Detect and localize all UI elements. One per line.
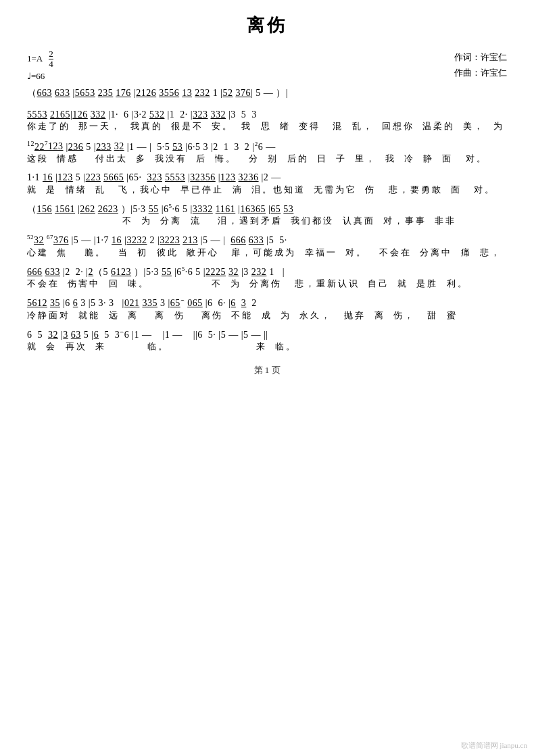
page-number: 第 1 页 [254,365,281,375]
section-line4: （156 1561 |262 2623 ）|5·3 55 |65·6 5 |33… [27,202,507,227]
page-title: 离伤 [27,14,507,37]
page: 离伤 1=A 2 4 ♩=66 作词：许宝仁 作曲：许宝仁 （663 633 |… [27,14,507,376]
header-row: 1=A 2 4 ♩=66 作词：许宝仁 作曲：许宝仁 [27,49,507,82]
lyric-line5: 心建 焦 脆。 当 初 彼此 敞开心 扉，可能成为 幸福一 对。 不会在 分离中… [27,247,507,258]
notation-line4: （156 1561 |262 2623 ）|5·3 55 |65·6 5 |33… [27,202,507,216]
notation-line1: 5553 2165|126 332 |1· 6 |3·2 532 |1 2· |… [27,108,507,122]
notation-line7: 5612 35 |6 6 3 |5 3· 3 |021 335 3 |65⌢ 0… [27,296,507,309]
notation-line8: 6 5 32 |3 63 5 |6 5 3⌢6 |1 — |1 — ||6 5·… [27,328,507,341]
notation-line5: 5232 67376 |5 — |1·7 16 |3232 2 |3223 21… [27,233,507,247]
tempo-label: ♩=66 [27,70,53,83]
notation-intro: （663 633 |5653 235 176 |2126 3556 13 232… [27,86,507,100]
notation-line2: 12227123 |236 5 |233 32 |1 — | 5·5 53 |6… [27,139,507,153]
lyric-line1: 你走了的 那一天， 我真的 很是不 安。 我 思 绪 变得 混 乱， 回想你 温… [27,121,507,132]
lyric-line8: 就 会 再次 来 临。 来 临。 [27,341,507,352]
section-line1: 5553 2165|126 332 |1· 6 |3·2 532 |1 2· |… [27,108,507,132]
lyric-line6: 不会在 伤害中 回 味。 不 为 分离伤 悲，重新认识 自己 就 是胜 利。 [27,278,507,289]
lyric-line4: 不 为 分离 流 泪，遇到矛盾 我们都没 认真面 对，事事 非非 [27,216,507,226]
section-line6: 666 633 |2 2· |2（5 6123 ）|5·3 55 |65·6 5… [27,265,507,290]
watermark: 歌谱简谱网 jianpu.cn [461,740,527,751]
section-line3: 1·1 16 |123 5 |223 5665 |65· 323 5553 |3… [27,171,507,195]
section-line2: 12227123 |236 5 |233 32 |1 — | 5·5 53 |6… [27,139,507,165]
section-intro: （663 633 |5653 235 176 |2126 3556 13 232… [27,86,507,100]
key-label: 1=A 2 4 [27,49,53,70]
page-footer: 第 1 页 [27,364,507,376]
notation-line3: 1·1 16 |123 5 |223 5665 |65· 323 5553 |3… [27,171,507,184]
lyric-line3: 就 是 情绪 乱 飞，我心中 早已停止 滴 泪。也知道 无需为它 伤 悲，要勇敢… [27,184,507,195]
lyric-line2: 这段 情感 付出太 多 我没有 后 悔。 分 别 后的 日 子 里， 我 冷 静… [27,153,507,164]
notation-line6: 666 633 |2 2· |2（5 6123 ）|5·3 55 |65·6 5… [27,265,507,278]
lyric-line7: 冷静面对 就能 远 离 离 伤 离伤 不能 成 为 永久， 抛弃 离 伤， 甜 … [27,310,507,321]
section-line7: 5612 35 |6 6 3 |5 3· 3 |021 335 3 |65⌢ 0… [27,296,507,321]
author-block: 作词：许宝仁 作曲：许宝仁 [454,49,507,81]
section-line8: 6 5 32 |3 63 5 |6 5 3⌢6 |1 — |1 — ||6 5·… [27,328,507,353]
key-time-block: 1=A 2 4 ♩=66 [27,49,53,82]
section-line5: 5232 67376 |5 — |1·7 16 |3232 2 |3223 21… [27,233,507,258]
music-author: 作曲：许宝仁 [454,65,507,80]
lyric-author: 作词：许宝仁 [454,49,507,65]
